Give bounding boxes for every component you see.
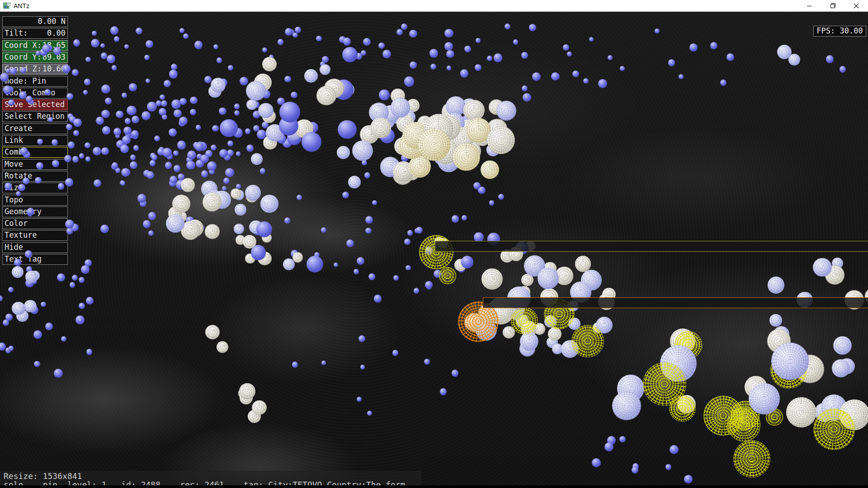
data-sphere[interactable] bbox=[307, 256, 323, 272]
data-sphere[interactable] bbox=[444, 42, 453, 51]
data-sphere[interactable] bbox=[425, 281, 433, 289]
data-sphere[interactable] bbox=[70, 282, 75, 288]
data-sphere[interactable] bbox=[203, 192, 221, 211]
data-sphere[interactable] bbox=[213, 44, 218, 49]
data-sphere[interactable] bbox=[365, 228, 372, 234]
data-sphere[interactable] bbox=[41, 302, 46, 307]
data-sphere[interactable] bbox=[343, 38, 351, 46]
data-sphere[interactable] bbox=[174, 165, 181, 172]
data-sphere[interactable] bbox=[231, 188, 241, 199]
data-sphere[interactable] bbox=[96, 117, 104, 125]
data-sphere[interactable] bbox=[179, 28, 184, 33]
data-sphere[interactable] bbox=[538, 267, 559, 289]
data-sphere[interactable] bbox=[207, 161, 217, 171]
data-sphere[interactable] bbox=[260, 168, 265, 174]
data-sphere[interactable] bbox=[94, 179, 101, 187]
data-sphere[interactable] bbox=[23, 178, 29, 184]
data-sphere[interactable] bbox=[453, 143, 480, 171]
data-sphere[interactable] bbox=[668, 59, 675, 66]
data-sphere[interactable] bbox=[365, 216, 373, 224]
data-sphere[interactable] bbox=[360, 365, 365, 370]
menu-item-create[interactable]: Create bbox=[2, 123, 68, 134]
data-sphere[interactable] bbox=[177, 141, 186, 150]
data-sphere[interactable] bbox=[292, 361, 298, 367]
data-sphere[interactable] bbox=[285, 28, 292, 36]
data-sphere[interactable] bbox=[391, 98, 410, 117]
data-sphere[interactable] bbox=[72, 69, 78, 75]
data-sphere[interactable] bbox=[338, 120, 356, 139]
data-sphere[interactable] bbox=[73, 130, 79, 136]
data-sphere[interactable] bbox=[665, 464, 671, 470]
data-sphere[interactable] bbox=[475, 64, 481, 71]
data-sphere[interactable] bbox=[14, 259, 21, 266]
data-sphere[interactable] bbox=[643, 362, 686, 406]
data-sphere[interactable] bbox=[295, 27, 301, 33]
data-sphere[interactable] bbox=[53, 47, 61, 55]
data-sphere[interactable] bbox=[813, 258, 832, 277]
data-sphere[interactable] bbox=[370, 117, 391, 138]
data-sphere[interactable] bbox=[136, 28, 142, 34]
data-sphere[interactable] bbox=[8, 99, 14, 105]
data-sphere[interactable] bbox=[378, 42, 385, 49]
data-sphere[interactable] bbox=[3, 85, 12, 94]
data-sphere[interactable] bbox=[813, 408, 855, 450]
data-sphere[interactable] bbox=[487, 56, 492, 61]
data-sphere[interactable] bbox=[513, 39, 519, 45]
data-sphere[interactable] bbox=[205, 325, 220, 339]
data-sphere[interactable] bbox=[598, 79, 607, 88]
data-sphere[interactable] bbox=[246, 99, 257, 110]
data-sphere[interactable] bbox=[251, 245, 266, 260]
data-sphere[interactable] bbox=[414, 288, 419, 293]
data-sphere[interactable] bbox=[220, 119, 238, 137]
data-sphere[interactable] bbox=[279, 102, 300, 122]
data-sphere[interactable] bbox=[589, 37, 594, 42]
data-sphere[interactable] bbox=[151, 155, 157, 160]
data-sphere[interactable] bbox=[786, 397, 816, 427]
data-sphere[interactable] bbox=[85, 57, 90, 62]
data-sphere[interactable] bbox=[54, 369, 63, 378]
data-sphere[interactable] bbox=[65, 220, 74, 229]
data-sphere[interactable] bbox=[10, 68, 16, 74]
data-sphere[interactable] bbox=[12, 266, 24, 278]
data-sphere[interactable] bbox=[186, 161, 195, 170]
data-sphere[interactable] bbox=[583, 78, 589, 84]
menu-item-texture[interactable]: Texture bbox=[2, 230, 68, 241]
data-sphere[interactable] bbox=[133, 145, 139, 150]
data-sphere[interactable] bbox=[122, 136, 131, 144]
data-sphere[interactable] bbox=[120, 145, 129, 153]
data-sphere[interactable] bbox=[498, 194, 504, 200]
data-sphere[interactable] bbox=[357, 257, 364, 265]
data-sphere[interactable] bbox=[404, 76, 414, 86]
data-sphere[interactable] bbox=[379, 89, 390, 100]
data-sphere[interactable] bbox=[337, 146, 350, 159]
data-sphere[interactable] bbox=[225, 168, 234, 177]
data-sphere[interactable] bbox=[91, 39, 99, 47]
data-sphere[interactable] bbox=[123, 127, 132, 135]
data-sphere[interactable] bbox=[407, 230, 413, 235]
data-sphere[interactable] bbox=[439, 267, 456, 284]
data-sphere[interactable] bbox=[364, 172, 371, 178]
data-sphere[interactable] bbox=[81, 265, 89, 273]
data-sphere[interactable] bbox=[278, 39, 283, 45]
data-sphere[interactable] bbox=[195, 142, 204, 151]
menu-item-mode[interactable]: mode: Pin bbox=[2, 76, 68, 87]
data-sphere[interactable] bbox=[75, 315, 85, 324]
data-sphere[interactable] bbox=[116, 111, 123, 118]
data-sphere[interactable] bbox=[771, 343, 809, 380]
data-sphere[interactable] bbox=[368, 273, 375, 280]
data-sphere[interactable] bbox=[18, 184, 25, 191]
data-sphere[interactable] bbox=[79, 277, 85, 283]
data-sphere[interactable] bbox=[452, 215, 459, 222]
data-sphere[interactable] bbox=[833, 336, 852, 355]
data-sphere[interactable] bbox=[129, 83, 137, 91]
data-sphere[interactable] bbox=[235, 204, 246, 216]
data-sphere[interactable] bbox=[161, 100, 167, 107]
data-sphere[interactable] bbox=[107, 55, 115, 63]
data-sphere[interactable] bbox=[34, 361, 40, 367]
data-sphere[interactable] bbox=[169, 70, 178, 79]
data-sphere[interactable] bbox=[234, 103, 240, 109]
data-sphere[interactable] bbox=[460, 69, 468, 77]
menu-item-color[interactable]: Color bbox=[2, 218, 68, 229]
data-sphere[interactable] bbox=[245, 128, 250, 134]
data-sphere[interactable] bbox=[262, 57, 277, 71]
